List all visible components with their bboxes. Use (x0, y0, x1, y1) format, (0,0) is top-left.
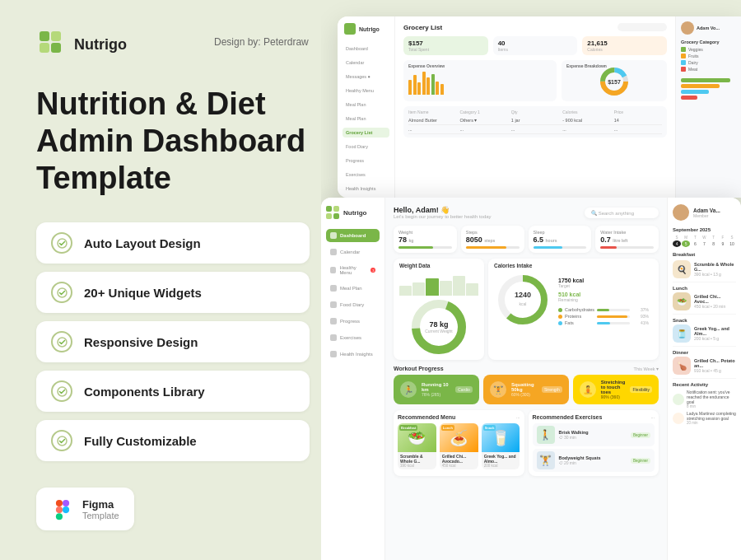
mt-nav-dashboard[interactable]: Dashboard (343, 44, 389, 54)
mm-wc-text-running: Running 10 km 76% (265) (422, 382, 450, 397)
mt-cell-price-1: 14 (614, 118, 662, 123)
mm-meal-img-scramble: 🍳 (673, 260, 691, 278)
mm-calories-chart-box: Calories Intake 1240 kcal (488, 259, 659, 360)
mt-cat-dot-meat (681, 67, 686, 72)
mm-sidebar-logo-text: Nutrigo (343, 209, 366, 217)
mt-nav-calendar[interactable]: Calendar (343, 58, 389, 68)
mt-bar-1 (408, 80, 412, 95)
feature-check-auto-layout (51, 232, 72, 254)
mm-nav-calendar[interactable]: Calendar (326, 245, 380, 259)
figma-sub: Template (82, 511, 119, 520)
mm-greeting-group: Hello, Adam! 👋 Let's begin our journey t… (394, 206, 492, 219)
mm-cal-target-val: 1750 kcal (558, 278, 649, 283)
mm-meal-img-grilled: 🥗 (673, 292, 691, 310)
svg-rect-20 (326, 206, 332, 212)
mm-exercise-title: Recommended Exercises (533, 414, 603, 420)
mt-nav-food-diary[interactable]: Food Diary (343, 142, 389, 152)
mm-cal-day-s1: S (673, 236, 681, 240)
mm-activity-time-2: 20 min (687, 421, 736, 425)
mt-cat-dot-fruits (681, 54, 686, 58)
mm-menu-cal-breakfast: 390 kcal (400, 464, 434, 468)
mt-nav-health-insights[interactable]: Health Insights (343, 184, 389, 194)
mm-nav-food-diary[interactable]: Food Diary (326, 298, 380, 311)
mm-workout-sub: This Week ▾ (634, 366, 659, 371)
svg-rect-11 (56, 507, 63, 514)
mm-cal-dot-proteins (558, 315, 562, 319)
feature-check-customizable (51, 430, 72, 451)
feature-item-components: Components Library (36, 371, 310, 412)
mm-meal-item-greek: 🫙 Greek Yog... and Alm... 200 kcal • 5 g (673, 324, 736, 347)
mm-nav-health-insights[interactable]: Health Insights (326, 348, 380, 361)
mt-search[interactable] (618, 23, 667, 31)
mm-nav-dashboard[interactable]: Dashboard (326, 229, 380, 242)
mm-menu-title: Recommended Menu (398, 414, 455, 420)
mt-bar-3 (417, 82, 421, 95)
mt-cat-item-meat: Meat (681, 67, 736, 72)
mt-nav-meal-plan-2[interactable]: Meal Plan (343, 114, 389, 124)
mm-wc-text-squatting: Squatting 50kg 60% (300) (511, 382, 537, 397)
feature-check-widgets (51, 282, 72, 303)
mt-stat-val-spent: $157 (408, 40, 483, 47)
mm-ex-img-walking: 🚶 (537, 426, 555, 444)
mm-nav-healthy-menu[interactable]: Healthy Menu 3 (326, 262, 380, 278)
mt-chart-expense-breakdown: Expense Breakdown $157 (562, 60, 667, 101)
mt-nav-healthy-menu[interactable]: Healthy Menu (343, 86, 389, 96)
mm-ex-img-squats: 🏋 (537, 451, 555, 469)
mockup-top-sidebar: Nutrigo Dashboard Calendar Messages ● He… (338, 16, 395, 198)
mockup-top-main: Grocery List $157 Total Spent 40 Items 2… (395, 16, 675, 198)
svg-rect-3 (51, 43, 61, 53)
mm-stat-card-water: Water Intake 0.7 litre left (595, 226, 659, 253)
mm-activity-item-1: Notification sent: you've reached the en… (673, 390, 736, 408)
mm-right-avatar (673, 204, 689, 221)
mm-cal-num-6[interactable]: 6 (691, 240, 699, 247)
mm-cal-remaining-val: 510 kcal (558, 292, 649, 297)
mm-meal-name-greek: Greek Yog... and Alm... (694, 326, 736, 336)
feature-item-customizable: Fully Customizable (36, 420, 310, 461)
mm-cal-dot-fats (558, 321, 562, 325)
mt-nav-messages[interactable]: Messages ● (343, 72, 389, 82)
mm-nav-progress[interactable]: Progress (326, 315, 380, 328)
mm-nav-meal-plan[interactable]: Meal Plan (326, 282, 380, 295)
mm-cal-num-10[interactable]: 10 (728, 240, 736, 247)
mm-cal-num-8[interactable]: 8 (710, 240, 718, 247)
mm-sc-bar-fill-sleep (534, 246, 563, 249)
mm-cal-num-7[interactable]: 7 (700, 240, 708, 247)
mm-activity-text-1: Notification sent: you've reached the en… (687, 390, 736, 404)
mm-cal-carbs: Carbohydrates 37% (558, 307, 649, 312)
mm-workout-section: Workout Progress This Week ▾ 🏃 Running 1… (394, 366, 659, 404)
mm-menu-cal-snack: 200 kcal (484, 464, 518, 468)
mt-bar-2 (413, 75, 417, 95)
mt-cell-name-2: ... (408, 127, 456, 132)
svg-rect-2 (40, 43, 49, 53)
mm-nav-exercises[interactable]: Exercises (326, 331, 380, 344)
mt-col-qty: Qty (511, 110, 559, 114)
mt-cat-item-fruits: Fruits (681, 54, 736, 58)
mt-col-price: Price (614, 110, 662, 114)
mt-bar-4 (422, 72, 426, 96)
mt-nav-exercises[interactable]: Exercises (343, 170, 389, 180)
mm-wb-6 (466, 283, 478, 296)
mm-cal-num-4[interactable]: 4 (673, 240, 681, 247)
mm-wc-icon-running: 🏃 (400, 381, 417, 398)
mt-cat-item-dairy: Dairy (681, 60, 736, 65)
mt-nav-progress[interactable]: Progress (343, 156, 389, 166)
mm-cal-bar-fill-carbs (597, 309, 609, 311)
mm-meal-cal-dinner: 910 kcal • 45 g (694, 368, 736, 373)
mt-cat-label: Grocery Category (681, 40, 736, 44)
mt-nav-meal-plan[interactable]: Meal Plan (343, 100, 389, 110)
mt-nav-grocery-list[interactable]: Grocery List (343, 128, 389, 138)
mm-cal-bar-carbs (597, 309, 630, 311)
mm-wb-5 (453, 276, 465, 296)
mt-cell-qty-2: ... (511, 127, 559, 132)
mt-cell-name-1: Almond Butter (408, 118, 456, 123)
mt-table-header: Item Name Category 1 Qty Calories Price (408, 110, 662, 114)
mm-search-box[interactable]: 🔍 Search anything (585, 208, 659, 218)
mm-cal-num-9[interactable]: 9 (719, 240, 727, 247)
mt-cell-cat-1: Others ▾ (459, 118, 507, 123)
mm-cal-num-5[interactable]: 5 (682, 240, 690, 247)
nutrigo-logo-icon (36, 30, 66, 59)
mm-menu-info-snack: Greek Yog... and Almo... 200 kcal (482, 452, 520, 469)
mm-cal-name-fats: Fats (565, 320, 594, 325)
mt-stat-val-cal: 21,615 (587, 40, 662, 47)
mm-sc-label-weight: Weight (398, 230, 452, 235)
